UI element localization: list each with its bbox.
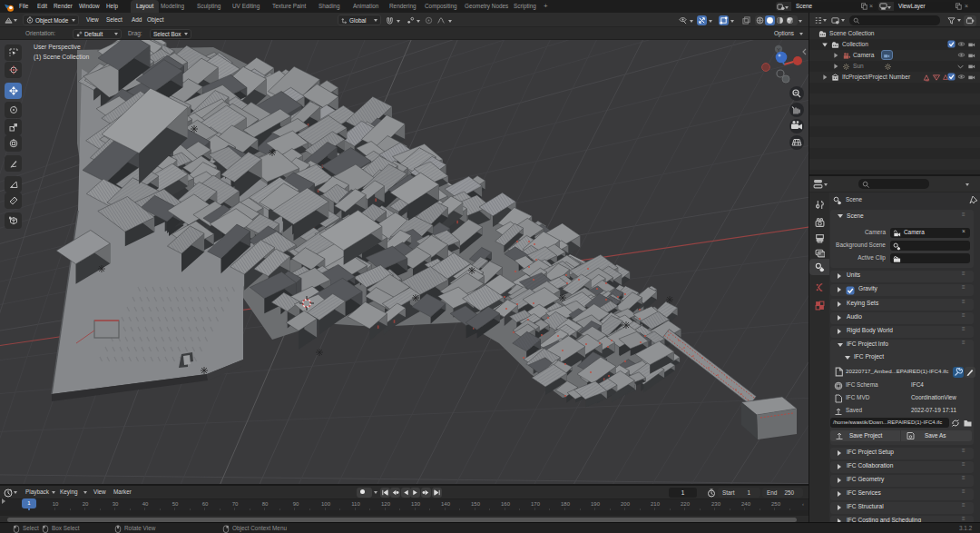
svg-text:99: 99 xyxy=(926,78,929,81)
svg-text:9: 9 xyxy=(935,75,936,79)
svg-text:Y: Y xyxy=(777,47,780,53)
